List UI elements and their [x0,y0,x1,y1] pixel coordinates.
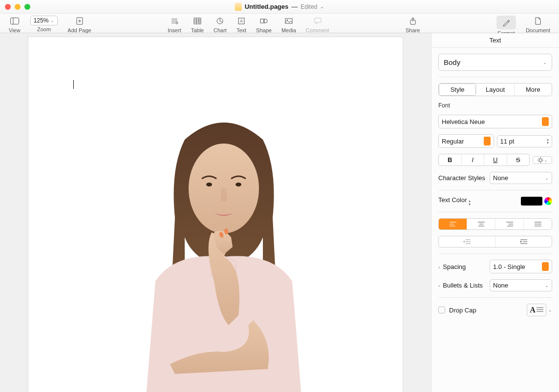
bullets-select[interactable]: None ⌄ [490,279,552,291]
text-cursor [73,80,74,89]
align-left-button[interactable] [439,219,467,229]
italic-button[interactable]: I [462,154,485,165]
svg-rect-21 [314,18,321,22]
font-family-select[interactable]: Helvetica Neue [438,115,552,128]
inserted-image[interactable] [126,110,322,392]
insert-icon [171,16,178,26]
chevron-down-icon: ⌄ [545,283,549,288]
svg-line-35 [542,161,543,162]
color-wheel-button[interactable] [544,197,552,205]
svg-rect-19 [285,19,292,23]
document-page[interactable] [28,37,403,392]
add-page-button[interactable]: Add Page [63,16,96,33]
stepper-icon[interactable]: ▴▾ [547,138,549,144]
chart-button[interactable]: Chart [209,16,232,33]
document-status: Edited [301,3,317,10]
zoom-control[interactable]: 125% ⌄ Zoom [25,16,63,32]
table-button[interactable]: Table [186,16,209,33]
dropcap-checkbox[interactable] [438,307,445,313]
text-button[interactable]: A Text [232,16,251,33]
svg-point-25 [236,183,241,186]
share-icon [409,16,416,26]
spacing-select[interactable]: 1.0 - Single [490,260,552,273]
stepper-icon [542,262,549,271]
svg-point-29 [539,159,542,162]
bold-button[interactable]: B [439,154,462,165]
character-styles-select[interactable]: None ⌄ [490,172,552,184]
paragraph-style-select[interactable]: Body ⌄ [438,54,552,71]
alignment-buttons [438,218,552,230]
underline-button[interactable]: U [484,154,507,165]
spacing-disclosure[interactable]: ›Spacing [438,263,466,270]
align-right-button[interactable] [495,219,524,229]
font-weight-select[interactable]: Regular [438,134,494,148]
insert-button[interactable]: Insert [163,16,186,33]
indent-button[interactable] [495,236,552,247]
minimize-button[interactable] [15,4,21,10]
svg-rect-9 [194,18,201,24]
tab-more[interactable]: More [515,83,552,96]
close-button[interactable] [5,4,11,10]
tab-layout[interactable]: Layout [476,83,514,96]
svg-point-24 [206,183,212,186]
svg-point-8 [176,22,178,24]
media-button[interactable]: Media [277,16,301,33]
sidebar-icon [10,16,19,26]
chevron-down-icon: ⌄ [50,18,54,23]
titlebar: Untitled.pages — Edited ⌄ [0,0,559,14]
stepper-icon [542,117,549,126]
document-title: Untitled.pages [245,3,289,10]
stepper-icon [484,137,491,145]
share-button[interactable]: Share [401,16,425,33]
font-size-field[interactable]: 11 pt ▴▾ [497,135,553,147]
comment-button[interactable]: Comment [301,16,334,33]
chevron-down-icon: ⌄ [548,308,552,312]
text-style-buttons: B I U S [438,154,530,166]
shape-button[interactable]: Shape [251,16,277,33]
svg-text:A: A [240,19,243,23]
comment-icon [314,16,322,26]
font-section-label: Font [438,102,552,109]
advanced-font-button[interactable]: ⌄ [533,156,552,164]
table-icon [194,16,201,26]
svg-rect-0 [10,18,19,24]
svg-line-36 [538,161,539,162]
bullets-disclosure[interactable]: ›Bullets & Lists [438,282,483,289]
add-page-icon [76,16,83,26]
indent-buttons [438,236,552,248]
canvas-area[interactable] [0,33,431,392]
separator: — [291,3,298,10]
chevron-down-icon: ⌄ [320,4,324,9]
chevron-down-icon: ⌄ [545,176,549,181]
svg-point-18 [263,19,267,23]
chevron-down-icon: ⌄ [543,60,547,65]
character-styles-label: Character Styles [438,174,485,182]
document-icon [535,16,541,26]
window-title[interactable]: Untitled.pages — Edited ⌄ [235,3,324,11]
align-justify-button[interactable] [524,219,552,229]
document-icon [235,3,242,11]
text-icon: A [238,16,245,26]
toolbar: View 125% ⌄ Zoom Add Page Insert Table C… [0,14,559,33]
text-color-swatch[interactable] [521,197,542,206]
shape-icon [260,16,268,26]
format-icon [502,17,510,28]
strike-button[interactable]: S [507,154,530,165]
maximize-button[interactable] [24,4,30,10]
text-color-label[interactable]: Text Color ▴▾ [438,196,471,206]
inspector-tab-text[interactable]: Text [431,33,559,48]
document-button[interactable]: Document [521,16,555,33]
workspace: Text Body ⌄ Style Layout More Font Helve… [0,33,559,392]
chart-icon [216,16,224,26]
media-icon [285,16,293,26]
tab-style[interactable]: Style [439,83,476,96]
zoom-select[interactable]: 125% ⌄ [30,16,58,25]
dropcap-label: Drop Cap [449,307,476,314]
align-center-button[interactable] [467,219,495,229]
svg-line-37 [542,158,543,159]
format-inspector: Text Body ⌄ Style Layout More Font Helve… [431,33,559,392]
view-button[interactable]: View [4,16,25,33]
outdent-button[interactable] [439,236,495,247]
format-subtabs: Style Layout More [438,83,552,96]
dropcap-style-select[interactable]: A [527,304,546,316]
